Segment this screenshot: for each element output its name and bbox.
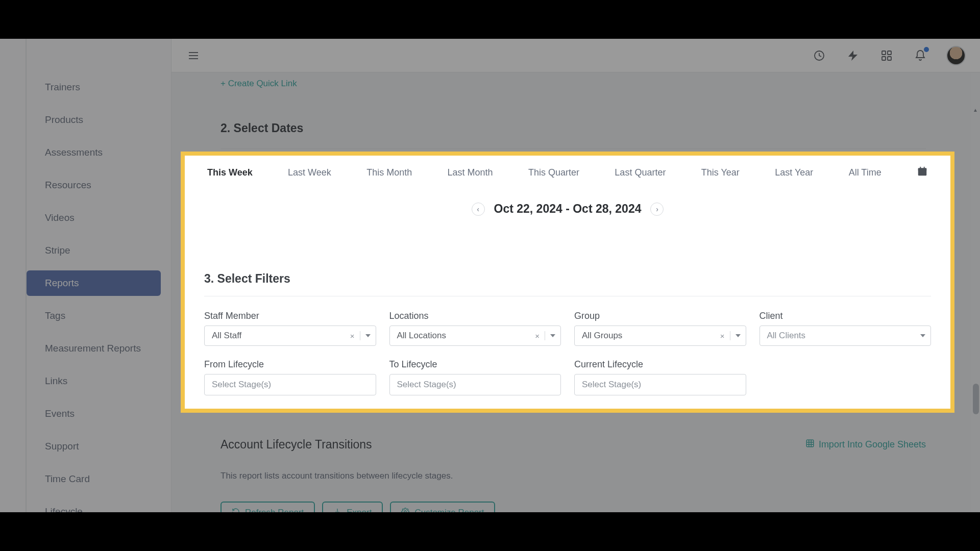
bolt-icon[interactable] (845, 48, 861, 63)
sidebar-item-stripe[interactable]: Stripe (27, 238, 161, 263)
app-shell: Trainers Products Assessments Resources … (0, 39, 980, 512)
import-google-sheets-link[interactable]: Import Into Google Sheets (805, 439, 926, 450)
locations-select[interactable]: All Locations × (389, 325, 561, 346)
svg-marker-4 (848, 51, 857, 61)
date-next-button[interactable]: › (650, 203, 664, 216)
group-select[interactable]: All Groups × (574, 325, 746, 346)
client-label: Client (760, 311, 932, 321)
svg-rect-7 (882, 57, 886, 60)
svg-rect-16 (918, 168, 927, 171)
date-presets-row: This Week Last Week This Month Last Mont… (204, 158, 931, 185)
date-range-text: Oct 22, 2024 - Oct 28, 2024 (494, 202, 642, 216)
highlighted-panel: This Week Last Week This Month Last Mont… (181, 152, 954, 413)
sidebar-item-tags[interactable]: Tags (27, 303, 161, 329)
import-google-sheets-label: Import Into Google Sheets (819, 439, 926, 450)
report-title: Account Lifecycle Transitions (220, 438, 372, 452)
export-button[interactable]: Export (322, 502, 383, 512)
client-select-value: All Clients (767, 331, 806, 341)
locations-select-value: All Locations (397, 331, 446, 341)
client-select[interactable]: All Clients (760, 325, 932, 346)
separator (545, 331, 545, 340)
scrollbar-thumb[interactable] (973, 384, 979, 414)
separator (360, 331, 360, 340)
preset-this-month[interactable]: This Month (366, 167, 412, 178)
date-prev-button[interactable]: ‹ (472, 203, 485, 216)
current-lifecycle-input[interactable] (574, 374, 746, 395)
bell-icon[interactable] (913, 48, 928, 63)
refresh-report-label: Refresh Report (245, 508, 304, 512)
calendar-icon[interactable] (917, 166, 928, 180)
sidebar-item-events[interactable]: Events (27, 401, 161, 427)
separator (730, 331, 730, 340)
scrollbar-track[interactable]: ▲ (971, 72, 980, 512)
svg-rect-5 (882, 51, 886, 55)
chevron-down-icon (736, 334, 741, 337)
svg-rect-6 (888, 51, 891, 55)
current-lifecycle-label: Current Lifecycle (574, 359, 746, 370)
avatar[interactable] (946, 46, 966, 65)
section-filters-title: 3. Select Filters (204, 272, 931, 296)
preset-last-quarter[interactable]: Last Quarter (615, 167, 666, 178)
menu-icon[interactable] (186, 48, 201, 63)
report-description: This report lists account transitions be… (220, 471, 926, 481)
download-icon (333, 508, 341, 513)
sidebar: Trainers Products Assessments Resources … (0, 39, 172, 512)
letterbox-bottom (0, 512, 980, 551)
chevron-down-icon (920, 334, 925, 337)
sidebar-item-time-card[interactable]: Time Card (27, 466, 161, 492)
notification-dot (924, 47, 929, 52)
from-lifecycle-label: From Lifecycle (204, 359, 376, 370)
gear-icon (401, 508, 409, 513)
svg-rect-17 (920, 167, 921, 169)
staff-select-value: All Staff (212, 331, 241, 341)
sidebar-item-reports[interactable]: Reports (27, 270, 161, 296)
apps-icon[interactable] (879, 48, 894, 63)
letterbox-top (0, 0, 980, 39)
chevron-down-icon (550, 334, 555, 337)
customize-report-button[interactable]: Customize Report (390, 502, 495, 512)
sidebar-item-assessments[interactable]: Assessments (27, 140, 161, 165)
sidebar-item-videos[interactable]: Videos (27, 205, 161, 231)
svg-rect-8 (888, 57, 891, 60)
sidebar-item-trainers[interactable]: Trainers (27, 74, 161, 100)
clock-icon[interactable] (812, 48, 827, 63)
refresh-report-button[interactable]: Refresh Report (220, 502, 315, 512)
preset-this-week[interactable]: This Week (207, 167, 253, 178)
topbar (172, 39, 980, 72)
sidebar-item-measurement-reports[interactable]: Measurement Reports (27, 336, 161, 361)
to-lifecycle-label: To Lifecycle (389, 359, 561, 370)
spreadsheet-icon (805, 439, 815, 450)
locations-clear-icon[interactable]: × (535, 332, 540, 340)
staff-clear-icon[interactable]: × (350, 332, 355, 340)
group-clear-icon[interactable]: × (720, 332, 725, 340)
preset-last-year[interactable]: Last Year (775, 167, 813, 178)
filters-grid: Staff Member All Staff × Locations All L… (204, 311, 931, 395)
customize-report-label: Customize Report (414, 508, 484, 512)
group-select-value: All Groups (582, 331, 622, 341)
sidebar-item-products[interactable]: Products (27, 107, 161, 133)
refresh-icon (232, 508, 240, 513)
preset-last-month[interactable]: Last Month (448, 167, 493, 178)
from-lifecycle-input[interactable] (204, 374, 376, 395)
preset-this-year[interactable]: This Year (701, 167, 740, 178)
staff-label: Staff Member (204, 311, 376, 321)
sidebar-item-links[interactable]: Links (27, 368, 161, 394)
locations-label: Locations (389, 311, 561, 321)
svg-rect-9 (806, 440, 814, 447)
export-label: Export (347, 508, 372, 512)
preset-last-week[interactable]: Last Week (288, 167, 331, 178)
group-label: Group (574, 311, 746, 321)
preset-this-quarter[interactable]: This Quarter (528, 167, 579, 178)
sidebar-item-support[interactable]: Support (27, 434, 161, 459)
date-range-row: ‹ Oct 22, 2024 - Oct 28, 2024 › (204, 202, 931, 216)
to-lifecycle-input[interactable] (389, 374, 561, 395)
create-quick-link[interactable]: + Create Quick Link (220, 79, 297, 89)
sidebar-item-resources[interactable]: Resources (27, 172, 161, 198)
preset-all-time[interactable]: All Time (849, 167, 881, 178)
chevron-down-icon (365, 334, 371, 337)
svg-rect-18 (924, 167, 925, 169)
staff-select[interactable]: All Staff × (204, 325, 376, 346)
scroll-up-arrow[interactable]: ▲ (972, 107, 978, 113)
section-dates-title: 2. Select Dates (220, 121, 926, 149)
